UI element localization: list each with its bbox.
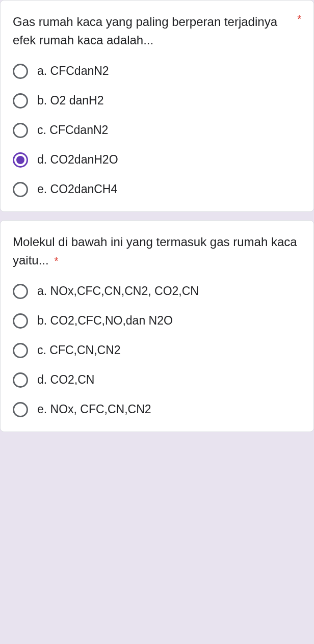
option-label: a. NOx,CFC,CN,CN2, CO2,CN (37, 284, 199, 299)
option-row[interactable]: a. NOx,CFC,CN,CN2, CO2,CN (13, 284, 301, 299)
radio-icon[interactable] (13, 123, 28, 138)
radio-icon[interactable] (13, 402, 28, 417)
radio-icon[interactable] (13, 182, 28, 197)
radio-icon[interactable] (13, 343, 28, 358)
option-row[interactable]: b. CO2,CFC,NO,dan N2O (13, 313, 301, 329)
option-label: a. CFCdanN2 (37, 64, 109, 79)
question-text: Molekul di bawah ini yang termasuk gas r… (13, 233, 301, 270)
question-header: Molekul di bawah ini yang termasuk gas r… (13, 233, 301, 270)
radio-icon[interactable] (13, 93, 28, 109)
radio-icon[interactable] (13, 64, 28, 79)
radio-icon[interactable] (13, 372, 28, 388)
option-label: c. CFCdanN2 (37, 123, 108, 138)
option-label: c. CFC,CN,CN2 (37, 343, 121, 358)
required-asterisk: * (297, 13, 301, 25)
option-row[interactable]: e. NOx, CFC,CN,CN2 (13, 402, 301, 417)
option-row[interactable]: c. CFC,CN,CN2 (13, 343, 301, 358)
question-card-2: Molekul di bawah ini yang termasuk gas r… (0, 220, 314, 432)
option-label: e. NOx, CFC,CN,CN2 (37, 402, 151, 417)
radio-icon[interactable] (13, 284, 28, 299)
options-list: a. CFCdanN2 b. O2 danH2 c. CFCdanN2 d. C… (13, 64, 301, 197)
radio-icon[interactable] (13, 313, 28, 329)
question-card-1: Gas rumah kaca yang paling berperan terj… (0, 0, 314, 212)
option-label: d. CO2,CN (37, 372, 94, 388)
option-label: b. O2 danH2 (37, 93, 103, 109)
question-text: Gas rumah kaca yang paling berperan terj… (13, 13, 293, 49)
option-label: d. CO2danH2O (37, 152, 118, 168)
options-list: a. NOx,CFC,CN,CN2, CO2,CN b. CO2,CFC,NO,… (13, 284, 301, 417)
option-label: e. CO2danCH4 (37, 182, 117, 197)
option-row[interactable]: a. CFCdanN2 (13, 64, 301, 79)
option-row[interactable]: c. CFCdanN2 (13, 123, 301, 138)
option-row[interactable]: d. CO2,CN (13, 372, 301, 388)
radio-icon-selected[interactable] (13, 152, 28, 168)
required-asterisk: * (54, 255, 58, 266)
option-row[interactable]: e. CO2danCH4 (13, 182, 301, 197)
option-row[interactable]: d. CO2danH2O (13, 152, 301, 168)
question-header: Gas rumah kaca yang paling berperan terj… (13, 13, 301, 49)
option-label: b. CO2,CFC,NO,dan N2O (37, 313, 173, 329)
option-row[interactable]: b. O2 danH2 (13, 93, 301, 109)
